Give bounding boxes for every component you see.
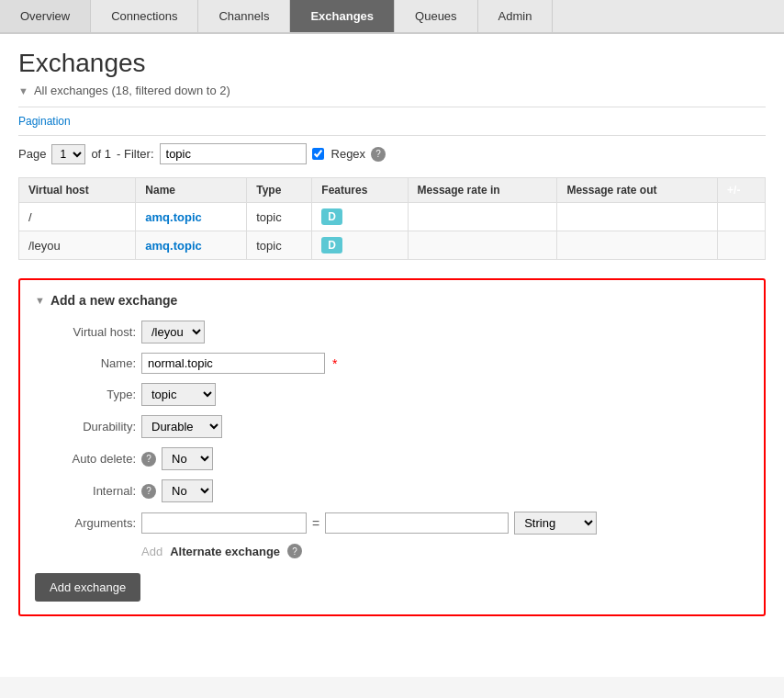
table-row: / amq.topic topic D xyxy=(19,203,766,231)
name-row: Name: * xyxy=(35,353,749,374)
col-features: Features xyxy=(312,178,408,203)
equals-sign: = xyxy=(312,516,319,531)
section-title: Add a new exchange xyxy=(50,293,177,308)
regex-help-icon[interactable]: ? xyxy=(371,147,386,162)
argument-key-input[interactable] xyxy=(141,512,307,534)
page-label: Page xyxy=(18,147,46,161)
cell-rate-out xyxy=(557,203,718,231)
pagination-row: Page 1 of 1 - Filter: Regex ? xyxy=(18,143,766,164)
filter-summary-text: All exchanges (18, filtered down to 2) xyxy=(34,84,230,97)
type-label: Type: xyxy=(35,388,136,401)
col-virtual-host: Virtual host xyxy=(19,178,136,203)
virtual-host-row: Virtual host: /leyou / xyxy=(35,321,749,343)
col-name: Name xyxy=(136,178,247,203)
col-rate-out: Message rate out xyxy=(557,178,718,203)
nav-channels[interactable]: Channels xyxy=(198,0,290,32)
auto-delete-help-icon[interactable]: ? xyxy=(141,452,156,467)
top-navigation: Overview Connections Channels Exchanges … xyxy=(0,0,784,34)
filter-input[interactable] xyxy=(160,143,307,164)
internal-select[interactable]: No Yes xyxy=(162,479,213,502)
auto-delete-label: Auto delete: xyxy=(35,452,136,466)
page-title: Exchanges xyxy=(18,49,766,78)
filter-label: - Filter: xyxy=(117,147,153,161)
auto-delete-select[interactable]: No Yes xyxy=(162,447,213,470)
nav-connections[interactable]: Connections xyxy=(91,0,198,32)
cell-rate-out xyxy=(557,231,718,260)
nav-exchanges[interactable]: Exchanges xyxy=(290,0,395,32)
col-type: Type xyxy=(247,178,312,203)
add-exchange-header: ▼ Add a new exchange xyxy=(35,293,749,308)
cell-plus-minus xyxy=(718,203,766,231)
add-exchange-button[interactable]: Add exchange xyxy=(35,573,140,602)
virtual-host-select[interactable]: /leyou / xyxy=(141,321,205,343)
page-content: Exchanges ▼ All exchanges (18, filtered … xyxy=(0,34,784,677)
durability-select[interactable]: Durable Transient xyxy=(141,415,222,438)
nav-admin[interactable]: Admin xyxy=(478,0,554,32)
type-select[interactable]: topic direct fanout headers xyxy=(141,383,216,406)
internal-help-icon[interactable]: ? xyxy=(141,484,156,499)
alternate-row: Add Alternate exchange ? xyxy=(35,544,749,558)
section-collapse-icon[interactable]: ▼ xyxy=(35,295,45,306)
add-exchange-section: ▼ Add a new exchange Virtual host: /leyo… xyxy=(18,278,766,616)
durability-row: Durability: Durable Transient xyxy=(35,415,749,438)
nav-overview[interactable]: Overview xyxy=(0,0,91,32)
nav-queues[interactable]: Queues xyxy=(395,0,478,32)
cell-rate-in xyxy=(408,231,557,260)
auto-delete-row: Auto delete: ? No Yes xyxy=(35,447,749,470)
add-link[interactable]: Add xyxy=(141,545,162,558)
argument-type-select[interactable]: String Number Boolean xyxy=(514,512,597,535)
col-plus-minus[interactable]: +/- xyxy=(718,178,766,203)
name-input[interactable] xyxy=(141,353,325,374)
cell-type: topic xyxy=(247,231,312,260)
type-row: Type: topic direct fanout headers xyxy=(35,383,749,406)
regex-label: Regex xyxy=(331,147,366,161)
filter-summary: ▼ All exchanges (18, filtered down to 2) xyxy=(18,84,766,97)
cell-virtual-host: /leyou xyxy=(19,231,136,260)
col-rate-in: Message rate in xyxy=(408,178,557,203)
cell-rate-in xyxy=(408,203,557,231)
cell-plus-minus xyxy=(718,231,766,260)
exchanges-table: Virtual host Name Type Features Message … xyxy=(18,177,766,260)
cell-type: topic xyxy=(247,203,312,231)
alternate-exchange-label: Alternate exchange xyxy=(170,545,280,558)
argument-value-input[interactable] xyxy=(325,512,509,534)
pagination-label: Pagination xyxy=(18,115,766,128)
cell-name[interactable]: amq.topic xyxy=(136,203,247,231)
collapse-icon[interactable]: ▼ xyxy=(18,85,28,96)
cell-features: D xyxy=(312,231,408,260)
alternate-help-icon[interactable]: ? xyxy=(287,544,302,558)
required-star: * xyxy=(332,356,337,371)
arguments-inputs: = String Number Boolean xyxy=(141,512,597,535)
name-label: Name: xyxy=(35,356,136,370)
arguments-label: Arguments: xyxy=(35,516,136,530)
table-row: /leyou amq.topic topic D xyxy=(19,231,766,260)
internal-row: Internal: ? No Yes xyxy=(35,479,749,502)
of-label: of 1 xyxy=(91,147,111,161)
cell-virtual-host: / xyxy=(19,203,136,231)
arguments-row: Arguments: = String Number Boolean xyxy=(35,512,749,535)
internal-label: Internal: xyxy=(35,484,136,498)
durability-label: Durability: xyxy=(35,420,136,433)
cell-features: D xyxy=(312,203,408,231)
virtual-host-label: Virtual host: xyxy=(35,325,136,339)
page-select[interactable]: 1 xyxy=(51,144,85,164)
cell-name[interactable]: amq.topic xyxy=(136,231,247,260)
regex-checkbox[interactable] xyxy=(312,148,324,160)
